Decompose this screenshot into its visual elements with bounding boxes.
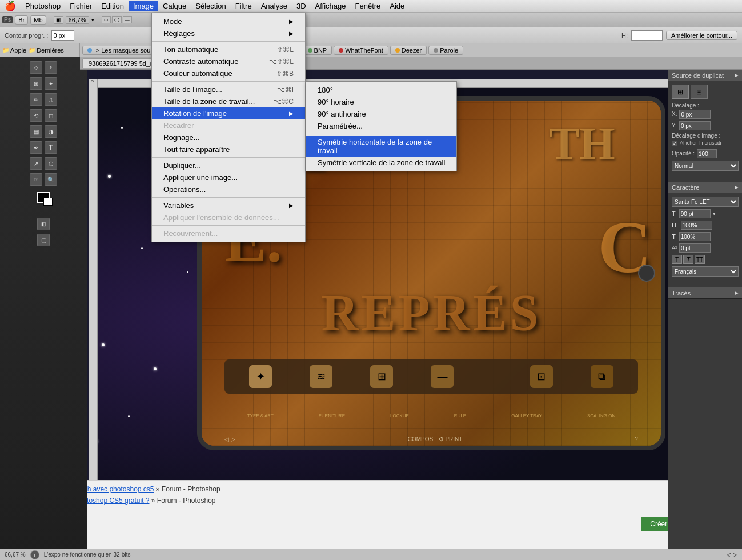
menu-appliquer-donnees[interactable]: Appliquer l'ensemble de données... xyxy=(152,211,305,223)
selection-tool[interactable]: ⊹ xyxy=(30,61,42,74)
menu-affichage[interactable]: Affichage xyxy=(311,1,351,11)
submenu-parametree[interactable]: Paramétrée... xyxy=(306,120,456,132)
ipad-home-button[interactable] xyxy=(638,265,655,282)
gradient-tool[interactable]: ▦ xyxy=(30,125,42,138)
toolbar-icon-5[interactable]: ⊡ xyxy=(530,365,553,388)
submenu-90h[interactable]: 90° horaire xyxy=(306,96,456,108)
toolbar-icon-4[interactable]: — xyxy=(431,365,454,388)
fontscale-input[interactable] xyxy=(681,221,712,230)
hand-tool[interactable]: ☞ xyxy=(30,173,42,186)
lasso-tool[interactable]: ⌖ xyxy=(45,61,57,74)
dodge-tool[interactable]: ◑ xyxy=(45,125,57,138)
foreground-color[interactable] xyxy=(37,192,50,203)
prev-state[interactable]: ◁ xyxy=(727,551,731,558)
marquee-ellipse[interactable]: ◯ xyxy=(112,16,122,23)
menu-appliquer-image[interactable]: Appliquer une image... xyxy=(152,171,305,183)
afficher-checkbox[interactable]: ✓ xyxy=(672,141,677,146)
menu-couleur-auto[interactable]: Couleur automatique ⇧⌘B xyxy=(152,67,305,79)
crop-tool[interactable]: ⊞ xyxy=(30,77,42,90)
fontoffset-input[interactable] xyxy=(679,243,711,253)
source-icon-2[interactable]: ⊟ xyxy=(691,85,708,99)
y-input[interactable] xyxy=(679,121,711,130)
marquee-rect[interactable]: ▭ xyxy=(102,16,111,23)
menu-3d[interactable]: 3D xyxy=(292,1,311,11)
marquee-row[interactable]: — xyxy=(123,16,132,23)
menu-photoshop[interactable]: Photoshop xyxy=(21,1,65,11)
menu-recadrer[interactable]: Recadrer xyxy=(152,119,305,131)
type-tool[interactable]: T xyxy=(45,141,57,154)
italic-btn[interactable]: T xyxy=(683,255,693,264)
menu-tout-apparaitre[interactable]: Tout faire apparaître xyxy=(152,143,305,155)
menu-aide[interactable]: Aide xyxy=(385,1,409,11)
menu-contraste-auto[interactable]: Contraste automatique ⌥⇧⌘L xyxy=(152,55,305,67)
ameliorer-btn[interactable]: Améliorer le contour... xyxy=(666,31,737,40)
apple-icon[interactable]: 🍎 xyxy=(5,1,16,11)
contour-input[interactable] xyxy=(51,30,74,41)
bookmark-parole[interactable]: Parole xyxy=(428,46,463,55)
brush-tool[interactable]: ✏ xyxy=(30,93,42,106)
menu-dupliquer[interactable]: Dupliquer... xyxy=(152,159,305,171)
menu-taille-image[interactable]: Taille de l'image... ⌥⌘I xyxy=(152,83,305,95)
menu-filtre[interactable]: Filtre xyxy=(231,1,256,11)
menu-reglages[interactable]: Réglages ▶ xyxy=(152,27,305,39)
healing-tool[interactable]: ✦ xyxy=(45,77,57,90)
menu-fichier[interactable]: Fichier xyxy=(65,1,97,11)
menu-rotation[interactable]: Rotation de l'image ▶ xyxy=(152,107,305,119)
info-icon[interactable]: i xyxy=(30,550,39,559)
menu-operations[interactable]: Opérations... xyxy=(152,183,305,195)
submenu-90a[interactable]: 90° antihoraire xyxy=(306,108,456,120)
mode-select[interactable]: Normal Multiplier xyxy=(672,161,739,171)
toolbar-icon-2[interactable]: ≋ xyxy=(310,365,332,388)
bookmark-bnp[interactable]: BNP xyxy=(303,46,332,55)
submenu-sym-h[interactable]: Symétrie horizontale de la zone de trava… xyxy=(306,136,456,157)
shape-tool[interactable]: ⬡ xyxy=(45,157,57,170)
menu-image[interactable]: Image xyxy=(129,1,158,11)
zoom-tool[interactable]: 🔍 xyxy=(45,173,57,186)
menu-mode[interactable]: Mode ▶ xyxy=(152,15,305,27)
eraser-tool[interactable]: ◻ xyxy=(45,109,57,122)
bookmark-deezer[interactable]: Deezer xyxy=(390,46,427,55)
fontsize-arrow[interactable]: ▾ xyxy=(713,211,716,217)
menu-fenetre[interactable]: Fenêtre xyxy=(351,1,386,11)
caractere-panel-header[interactable]: Caractère ▸ xyxy=(668,182,742,193)
opacite-input[interactable] xyxy=(697,149,717,158)
toolbar-icon-3[interactable]: ⊞ xyxy=(370,365,393,388)
stamp-tool[interactable]: ⎍ xyxy=(45,93,57,106)
h-input[interactable] xyxy=(631,30,663,41)
bookmark-whatthefont[interactable]: WhatTheFont xyxy=(334,46,388,55)
menu-analyse[interactable]: Analyse xyxy=(256,1,292,11)
menu-variables[interactable]: Variables ▶ xyxy=(152,199,305,211)
pen-tool[interactable]: ✒ xyxy=(30,141,42,154)
br-btn[interactable]: Br xyxy=(15,15,28,25)
menu-ton-auto[interactable]: Ton automatique ⇧⌘L xyxy=(152,43,305,55)
menu-edition[interactable]: Edition xyxy=(97,1,129,11)
fontsize2-input[interactable] xyxy=(679,232,711,241)
menu-recouvrement[interactable]: Recouvrement... xyxy=(152,227,305,239)
menu-calque[interactable]: Calque xyxy=(158,1,191,11)
toolbar-icon-1[interactable]: ✦ xyxy=(249,365,272,388)
mask-mode[interactable]: ◧ xyxy=(37,218,50,230)
next-state[interactable]: ▷ xyxy=(733,551,737,558)
zoom-menu-icon[interactable]: ▾ xyxy=(91,17,94,23)
source-icon-1[interactable]: ⊞ xyxy=(672,85,689,99)
menu-selection[interactable]: Sélection xyxy=(191,1,230,11)
bookmark-masques[interactable]: -> Les masques sou... xyxy=(82,46,161,55)
fontsize-input[interactable] xyxy=(679,209,711,218)
folder-dernieres[interactable]: 📁 Dernières xyxy=(29,47,64,54)
bold-btn[interactable]: T xyxy=(672,255,682,264)
history-tool[interactable]: ⟲ xyxy=(30,109,42,122)
menu-taille-zone[interactable]: Taille de la zone de travail... ⌥⌘C xyxy=(152,95,305,107)
path-select-tool[interactable]: ↗ xyxy=(30,157,42,170)
x-input[interactable] xyxy=(679,110,711,119)
arrange-icon[interactable]: ▣ xyxy=(54,16,63,24)
font-select[interactable]: Santa Fe LET xyxy=(672,197,739,207)
mb-btn[interactable]: Mb xyxy=(30,15,46,25)
lang-select[interactable]: Français xyxy=(672,266,739,277)
submenu-180[interactable]: 180° xyxy=(306,84,456,96)
menu-rognage[interactable]: Rognage... xyxy=(152,131,305,143)
screen-mode[interactable]: ▢ xyxy=(37,234,50,246)
tt-btn[interactable]: TT xyxy=(695,255,705,264)
folder-apple[interactable]: 📁 Apple xyxy=(2,47,26,54)
traces-panel-header[interactable]: Tracés ▸ xyxy=(668,287,742,299)
submenu-sym-v[interactable]: Symétrie verticale de la zone de travail xyxy=(306,157,456,169)
